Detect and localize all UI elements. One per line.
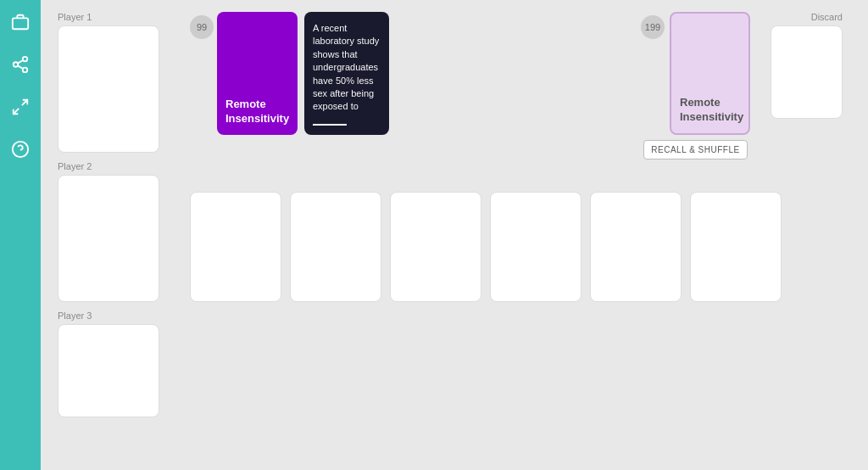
sidebar xyxy=(0,0,41,470)
svg-line-5 xyxy=(18,65,23,69)
player-2-section: Player 2 xyxy=(58,161,168,302)
black-card-group: A recent laboratory study shows that und… xyxy=(304,12,389,135)
black-card[interactable]: A recent laboratory study shows that und… xyxy=(304,12,389,135)
player-1-section: Player 1 xyxy=(58,12,168,153)
recall-shuffle-button[interactable]: RECALL & SHUFFLE xyxy=(643,140,747,159)
hand-cards-row xyxy=(190,192,843,302)
player-3-card-area xyxy=(58,324,159,417)
hand-card-5[interactable] xyxy=(590,192,682,302)
hand-card-1[interactable] xyxy=(190,192,281,302)
purple-deck-title: Remote Insensitivity xyxy=(225,98,289,126)
discard-area: Discard xyxy=(771,12,843,119)
svg-line-6 xyxy=(18,60,23,64)
help-icon[interactable] xyxy=(7,136,34,163)
players-panel: Player 1 Player 2 Player 3 xyxy=(58,12,168,417)
player-3-label: Player 3 xyxy=(58,311,168,321)
purple-deck-group: 99 Remote Insensitivity xyxy=(190,12,298,135)
svg-point-4 xyxy=(23,68,28,73)
svg-point-3 xyxy=(14,62,19,67)
player-3-section: Player 3 xyxy=(58,311,168,417)
black-card-text: A recent laboratory study shows that und… xyxy=(313,22,381,114)
hand-card-6[interactable] xyxy=(690,192,782,302)
discard-card xyxy=(771,25,843,119)
hand-card-3[interactable] xyxy=(390,192,481,302)
briefcase-icon[interactable] xyxy=(7,8,34,36)
expand-icon[interactable] xyxy=(7,93,34,120)
player-1-card-area xyxy=(58,25,159,153)
discard-label: Discard xyxy=(811,12,843,22)
player-2-card-area xyxy=(58,175,159,302)
top-cards-row: 99 Remote Insensitivity A recent laborat… xyxy=(190,12,843,159)
lavender-section: 199 Remote Insensitivity RECALL & SHUFFL… xyxy=(641,12,750,159)
svg-point-2 xyxy=(23,57,28,62)
hand-card-4[interactable] xyxy=(490,192,581,302)
player-1-label: Player 1 xyxy=(58,12,168,22)
svg-rect-0 xyxy=(13,18,28,29)
lavender-deck-count: 199 xyxy=(641,15,665,39)
black-card-blank xyxy=(313,124,347,126)
svg-line-7 xyxy=(22,100,27,105)
purple-deck-count: 99 xyxy=(190,15,214,39)
share-icon[interactable] xyxy=(7,51,34,78)
lavender-deck-card[interactable]: Remote Insensitivity xyxy=(670,12,750,135)
lavender-card-title: Remote Insensitivity xyxy=(680,96,740,125)
purple-deck-card[interactable]: Remote Insensitivity xyxy=(217,12,298,135)
game-area: 99 Remote Insensitivity A recent laborat… xyxy=(181,12,851,302)
hand-card-2[interactable] xyxy=(290,192,381,302)
main-content: Player 1 Player 2 Player 3 99 Remote In xyxy=(41,0,868,470)
svg-line-8 xyxy=(14,109,19,114)
player-2-label: Player 2 xyxy=(58,161,168,171)
